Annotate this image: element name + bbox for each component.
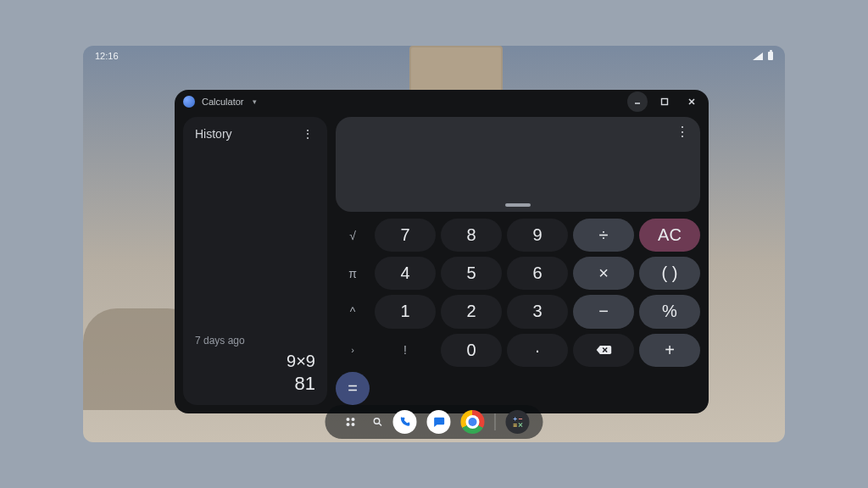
key-5[interactable]: 5	[441, 257, 502, 290]
history-entry-result[interactable]: 81	[195, 373, 315, 395]
key-divide[interactable]: ÷	[573, 219, 634, 252]
svg-line-3	[379, 424, 381, 426]
key-2[interactable]: 2	[441, 295, 502, 328]
app-icon	[183, 96, 195, 108]
launcher-button[interactable]	[339, 410, 363, 434]
key-percent[interactable]: %	[639, 295, 700, 328]
window-titlebar[interactable]: Calculator ▾	[175, 90, 709, 114]
key-multiply[interactable]: ×	[573, 257, 634, 290]
calc-display[interactable]: ⋮	[336, 117, 700, 212]
taskbar	[326, 405, 543, 439]
chrome-app[interactable]	[461, 410, 485, 434]
signal-icon	[753, 53, 763, 60]
phone-app[interactable]	[393, 410, 417, 434]
taskbar-separator	[495, 413, 496, 430]
key-4[interactable]: 4	[375, 257, 436, 290]
battery-icon	[768, 52, 773, 60]
android-desktop: 12:16 Calculator ▾	[83, 46, 785, 442]
maximize-button[interactable]	[654, 92, 675, 112]
display-menu-icon[interactable]: ⋮	[676, 124, 690, 140]
key-0[interactable]: 0	[441, 334, 502, 367]
factorial-key[interactable]: !	[375, 334, 436, 367]
key-6[interactable]: 6	[507, 257, 568, 290]
keypad: √ 7 8 9 ÷ AC π 4 5 6 × ( ) ^	[336, 219, 700, 405]
taskbar-search[interactable]	[373, 417, 383, 427]
sqrt-key[interactable]: √	[336, 219, 370, 252]
history-panel: History ⋮ 7 days ago 9×9 81	[183, 117, 327, 405]
calculator-app[interactable]	[506, 410, 530, 434]
chevron-down-icon[interactable]: ▾	[253, 97, 257, 106]
minimize-button[interactable]	[627, 92, 648, 112]
history-entry-label: 7 days ago	[195, 335, 315, 347]
drag-handle-icon[interactable]	[505, 203, 531, 207]
pi-key[interactable]: π	[336, 257, 370, 290]
key-add[interactable]: +	[639, 334, 700, 367]
messages-app[interactable]	[427, 410, 451, 434]
status-bar: 12:16	[83, 46, 785, 66]
svg-rect-1	[662, 99, 668, 105]
search-icon	[373, 417, 383, 427]
key-1[interactable]: 1	[375, 295, 436, 328]
key-3[interactable]: 3	[507, 295, 568, 328]
history-menu-icon[interactable]: ⋮	[302, 127, 315, 141]
calculator-icon	[512, 416, 524, 428]
window-title: Calculator	[202, 97, 244, 107]
key-equals[interactable]: =	[336, 372, 370, 405]
phone-icon	[399, 416, 411, 428]
close-button[interactable]	[682, 92, 702, 112]
svg-point-2	[374, 419, 379, 424]
key-8[interactable]: 8	[441, 219, 502, 252]
key-9[interactable]: 9	[507, 219, 568, 252]
key-dot[interactable]: ·	[507, 334, 568, 367]
sci-more-key[interactable]: ›	[336, 334, 370, 367]
history-title: History	[195, 127, 232, 141]
status-clock: 12:16	[95, 51, 119, 61]
calculator-window: Calculator ▾ History ⋮	[175, 90, 709, 413]
backspace-icon	[595, 344, 612, 356]
key-subtract[interactable]: −	[573, 295, 634, 328]
history-entry-expression[interactable]: 9×9	[195, 352, 315, 371]
power-key[interactable]: ^	[336, 295, 370, 328]
key-backspace[interactable]	[573, 334, 634, 367]
key-parentheses[interactable]: ( )	[639, 257, 700, 290]
key-7[interactable]: 7	[375, 219, 436, 252]
key-ac[interactable]: AC	[639, 219, 700, 252]
messages-icon	[432, 415, 446, 429]
